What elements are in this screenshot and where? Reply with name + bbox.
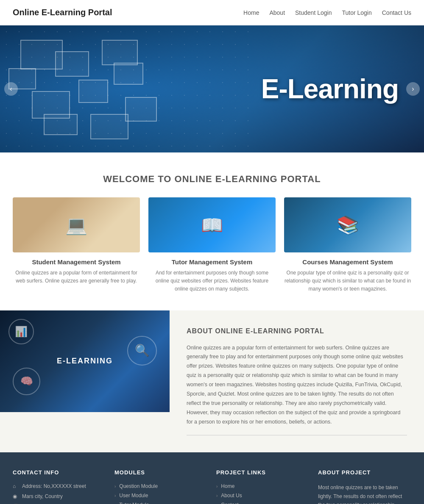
card-courses-title: Courses Management System (284, 258, 411, 266)
footer-link-home[interactable]: › Home (216, 483, 301, 489)
card-student-image: 💻 (13, 197, 140, 252)
footer-project-links: PROJECT LINKS › Home › About Us › Contac… (208, 469, 310, 504)
card-student-title: Student Management System (13, 258, 140, 266)
footer-module-question[interactable]: › Question Module (114, 483, 199, 489)
card-courses-text: One popular type of online quiz is a per… (284, 269, 411, 294)
welcome-title: WELCOME TO ONLINE E-LEARNING PORTAL (13, 174, 411, 185)
home-icon: ⌂ (13, 483, 19, 489)
footer-grid: CONTACT INFO ⌂ Address: No,XXXXXX street… (13, 469, 411, 504)
footer-about-project-heading: ABOUT PROJECT (318, 469, 403, 476)
nav-contact[interactable]: Contact Us (382, 9, 411, 16)
book-icon: 📖 (201, 215, 223, 235)
nav-student-login[interactable]: Student Login (295, 9, 332, 16)
search-icon: 🔍 (135, 343, 150, 357)
footer-module-tutor[interactable]: › Tutor Module (114, 502, 199, 504)
card-tutor-image: 📖 (148, 197, 276, 252)
nav-home[interactable]: Home (243, 9, 259, 16)
hero-title: E-Learning (261, 73, 399, 105)
about-image: 📊 🔍 🧠 E-LEARNING (0, 310, 170, 412)
welcome-section: WELCOME TO ONLINE E-LEARNING PORTAL 💻 St… (0, 152, 424, 310)
footer-contact-heading: CONTACT INFO (13, 469, 98, 476)
card-courses: 📚 Courses Management System One popular … (284, 197, 411, 294)
arrow-icon: › (114, 493, 116, 498)
card-student-text: Online quizzes are a popular form of ent… (13, 269, 140, 285)
arrow-icon: › (114, 484, 116, 489)
card-tutor-title: Tutor Management System (148, 258, 276, 266)
footer-about-project: ABOUT PROJECT Most online quizzes are to… (310, 469, 411, 504)
about-icon-circle: 📊 (8, 319, 34, 344)
hero-banner: E-Learning ‹ › (0, 25, 424, 152)
footer-project-links-heading: PROJECT LINKS (216, 469, 301, 476)
card-courses-image: 📚 (284, 197, 411, 252)
hero-squares-decoration (8, 34, 242, 148)
footer-link-contact[interactable]: › Contact (216, 502, 301, 504)
footer-about-project-text: Most online quizzes are to be taken ligh… (318, 483, 403, 504)
footer: CONTACT INFO ⌂ Address: No,XXXXXX street… (0, 452, 424, 504)
about-title: ABOUT ONLINE E-LEARNING PORTAL (187, 327, 407, 335)
about-divider (187, 435, 407, 435)
about-content: ABOUT ONLINE E-LEARNING PORTAL Online qu… (170, 310, 424, 453)
laptop-icon: 💻 (65, 215, 87, 235)
nav-links: Home About Student Login Tutor Login Con… (243, 9, 411, 16)
navbar: Online E-Learning Portal Home About Stud… (0, 0, 424, 25)
arrow-icon: › (216, 484, 218, 489)
head-icon: 🧠 (20, 375, 33, 387)
brand: Online E-Learning Portal (13, 8, 112, 17)
footer-module-user[interactable]: › User Module (114, 493, 199, 498)
footer-city: ◉ Mars city, Country (13, 493, 98, 499)
arrow-icon: › (216, 493, 218, 498)
courses-icon: 📚 (337, 215, 359, 235)
nav-tutor-login[interactable]: Tutor Login (342, 9, 371, 16)
about-text: Online quizzes are a popular form of ent… (187, 343, 407, 427)
map-pin-icon: ◉ (13, 493, 19, 499)
hero-next-button[interactable]: › (406, 82, 420, 96)
card-tutor: 📖 Tutor Management System And for entert… (148, 197, 276, 294)
about-section: 📊 🔍 🧠 E-LEARNING ABOUT ONLINE E-LEARNING… (0, 310, 424, 453)
about-icon-circle2: 🔍 (127, 336, 157, 366)
footer-modules-heading: MODULES (114, 469, 199, 476)
cards-grid: 💻 Student Management System Online quizz… (13, 197, 411, 294)
about-icon-circle3: 🧠 (13, 368, 40, 395)
footer-link-about[interactable]: › About Us (216, 493, 301, 498)
card-student: 💻 Student Management System Online quizz… (13, 197, 140, 294)
hero-prev-button[interactable]: ‹ (4, 82, 18, 96)
footer-modules: MODULES › Question Module › User Module … (106, 469, 208, 504)
card-tutor-text: And for entertainment purposes only thou… (148, 269, 276, 294)
footer-address: ⌂ Address: No,XXXXXX street (13, 483, 98, 489)
chart-icon: 📊 (15, 326, 28, 338)
nav-about[interactable]: About (269, 9, 285, 16)
footer-contact: CONTACT INFO ⌂ Address: No,XXXXXX street… (13, 469, 106, 504)
about-img-label: E-LEARNING (57, 357, 113, 366)
